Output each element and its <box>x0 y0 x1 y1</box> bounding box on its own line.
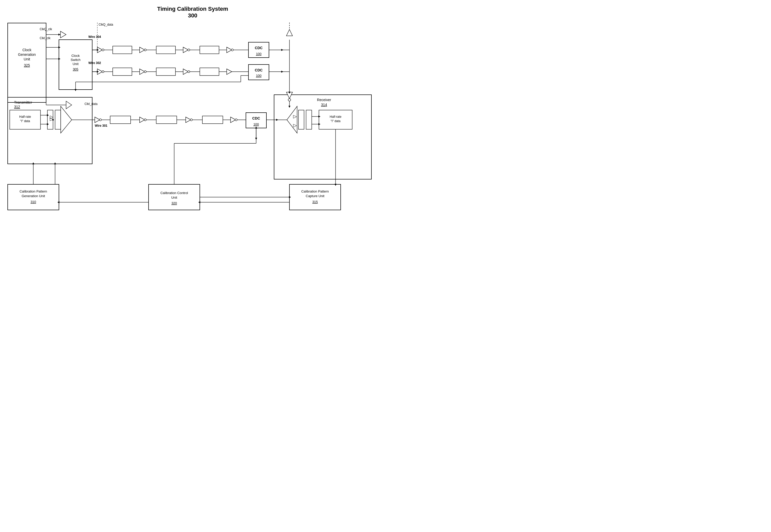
buf-mid-3 <box>183 69 188 75</box>
svg-rect-18 <box>200 46 219 54</box>
clkq-clk-label: ClkQ_clk <box>40 27 52 31</box>
half-rate-rx-label: Half-rate <box>330 115 341 119</box>
svg-marker-54 <box>50 116 53 119</box>
receiver-number: 314 <box>321 103 327 107</box>
wire302-label: Wire 302 <box>88 61 101 65</box>
transmitter-label: Transmitter <box>14 100 32 104</box>
svg-rect-10 <box>113 46 132 54</box>
svg-point-68 <box>144 119 146 121</box>
svg-rect-70 <box>156 116 177 124</box>
cdc-top-number: 100 <box>256 52 261 56</box>
receiver-label: Receiver <box>317 98 331 102</box>
cdc-mid <box>248 65 269 80</box>
buf-top-3 <box>183 47 188 53</box>
svg-point-8 <box>102 49 104 51</box>
cal-capture-label2: Capture Unit <box>306 194 324 198</box>
svg-marker-96 <box>318 123 320 125</box>
deserializer-shape <box>287 106 297 133</box>
clock-switch-label: Clock <box>71 54 80 58</box>
svg-rect-53 <box>55 110 61 129</box>
svg-marker-42 <box>75 89 77 91</box>
cal-control-number: 320 <box>171 201 177 205</box>
cal-gen-label2: Generation Unit <box>22 194 45 198</box>
svg-text:"I" data: "I" data <box>331 119 341 123</box>
cal-gen-number: 310 <box>30 200 36 204</box>
transmitter-box <box>8 97 92 164</box>
diagram-title: Timing Calibration System <box>157 6 228 12</box>
cal-capture-number: 315 <box>312 200 318 204</box>
svg-point-12 <box>144 49 146 51</box>
svg-point-82 <box>288 99 291 101</box>
svg-rect-89 <box>298 110 304 129</box>
cal-capture-label1: Calibration Pattern <box>301 189 329 193</box>
svg-rect-90 <box>306 110 312 129</box>
cal-control-label2: Unit <box>171 196 177 199</box>
cal-control-label1: Calibration Control <box>160 191 188 195</box>
clock-gen-label2: Generation <box>18 52 36 57</box>
svg-point-64 <box>99 119 101 121</box>
svg-rect-14 <box>156 46 175 54</box>
svg-point-33 <box>188 71 190 73</box>
buf-clki-data <box>66 101 72 109</box>
svg-rect-66 <box>110 116 131 124</box>
svg-point-20 <box>231 49 233 51</box>
receiver-box <box>274 95 371 179</box>
cdc-bot-label: CDC <box>252 116 260 120</box>
svg-point-72 <box>190 119 192 121</box>
buf-top-4 <box>227 47 232 53</box>
cal-gen-label1: Calibration Pattern <box>19 189 47 193</box>
svg-rect-27 <box>113 68 132 76</box>
clock-gen-label3: Unit <box>24 57 30 61</box>
buf-bot-4 <box>230 117 236 123</box>
svg-marker-94 <box>318 115 320 118</box>
svg-marker-105 <box>57 201 59 203</box>
svg-marker-58 <box>47 114 49 116</box>
clki-data-label: ClkI_data <box>84 102 98 106</box>
wire301-label: Wire 301 <box>95 124 108 127</box>
svg-point-29 <box>144 71 146 73</box>
clock-switch-label3: Unit <box>72 62 79 66</box>
diagram-title-number: 300 <box>188 12 197 19</box>
antenna-icon <box>286 29 292 36</box>
clock-gen-number: 325 <box>24 63 30 67</box>
clock-gen-unit <box>8 23 46 102</box>
buf-bot-1 <box>95 117 100 123</box>
svg-marker-4 <box>58 46 60 48</box>
cdc-mid-label: CDC <box>255 68 262 72</box>
svg-marker-101 <box>32 162 34 164</box>
svg-rect-35 <box>200 68 219 76</box>
svg-point-76 <box>235 119 237 121</box>
svg-rect-74 <box>202 116 223 124</box>
svg-point-25 <box>102 71 104 73</box>
buf-mid-4 <box>227 69 232 75</box>
svg-point-16 <box>188 49 190 51</box>
svg-marker-2 <box>58 34 60 36</box>
clock-switch-number: 305 <box>73 67 78 71</box>
clock-switch-label2: Switch <box>71 58 80 62</box>
half-rate-tx-label: Half-rate <box>19 115 31 119</box>
clock-gen-label: Clock <box>22 48 31 52</box>
clki-clk-label: ClkI_clk <box>40 36 51 40</box>
svg-marker-113 <box>198 201 200 203</box>
svg-rect-31 <box>156 68 175 76</box>
svg-marker-119 <box>58 58 60 60</box>
buf-mid-2 <box>140 69 145 75</box>
serializer-shape <box>61 106 72 133</box>
cdc-bot-number: 100 <box>253 122 259 126</box>
wire304-label: Wire 304 <box>88 35 101 39</box>
buf-bot-3 <box>186 117 191 123</box>
cdc-top-label: CDC <box>255 46 262 50</box>
buffer-clkq <box>60 31 66 38</box>
svg-text:"I" data: "I" data <box>20 119 30 123</box>
svg-marker-84 <box>288 106 290 108</box>
buf-bot-2 <box>140 117 145 123</box>
svg-point-56 <box>52 119 54 121</box>
svg-marker-103 <box>54 162 56 164</box>
transmitter-number: 312 <box>14 105 20 109</box>
svg-marker-60 <box>47 123 49 125</box>
buf-top-2 <box>140 47 145 53</box>
clkq-data-label: ClkQ_data <box>99 23 113 26</box>
cdc-mid-number: 100 <box>256 74 261 78</box>
